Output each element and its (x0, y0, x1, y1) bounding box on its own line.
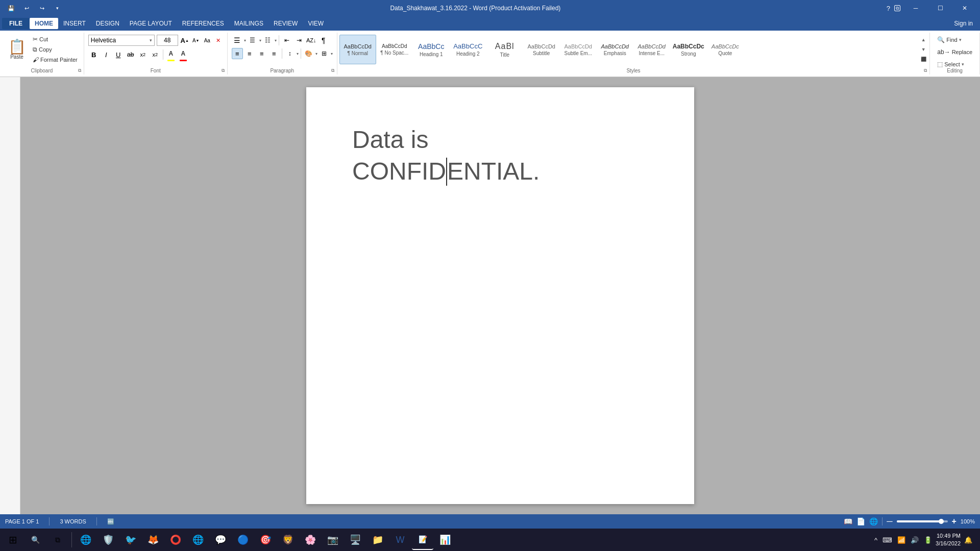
styles-expand-button[interactable]: ⧉ (922, 67, 928, 73)
shading-arrow-icon[interactable]: ▾ (315, 52, 317, 56)
menu-references[interactable]: REFERENCES (177, 18, 229, 29)
taskbar-app-firefox[interactable]: 🦊 (142, 530, 164, 550)
zoom-minus-button[interactable]: ─ (887, 517, 892, 526)
menu-page-layout[interactable]: PAGE LAYOUT (125, 18, 177, 29)
document-content[interactable]: Data is CONFIDENTIAL. (352, 124, 648, 188)
multilevel-button[interactable]: ☷ (262, 35, 274, 46)
zoom-slider[interactable] (897, 520, 948, 522)
style-heading1[interactable]: AaBbCc Heading 1 (413, 35, 450, 64)
taskbar-app-edge[interactable]: 🌐 (75, 530, 96, 550)
menu-mailings[interactable]: MAILINGS (229, 18, 268, 29)
taskbar-app-shield[interactable]: 🛡️ (97, 530, 119, 550)
redo-qat-button[interactable]: ↪ (35, 1, 49, 15)
taskbar-app-camera[interactable]: 📷 (322, 530, 344, 550)
copy-button[interactable]: ⧉ Copy (31, 45, 80, 54)
align-right-button[interactable]: ≡ (256, 48, 267, 59)
document-page[interactable]: Data is CONFIDENTIAL. (306, 87, 694, 504)
zoom-plus-button[interactable]: + (952, 517, 957, 526)
system-clock[interactable]: 10:49 PM 3/16/2022 (936, 532, 961, 548)
paragraph-expand-button[interactable]: ⧉ (330, 67, 336, 73)
find-button[interactable]: 🔍 Find ▾ (934, 35, 964, 45)
sort-button[interactable]: AZ↓ (306, 35, 317, 46)
font-name-dropdown[interactable]: Helvetica ▾ (88, 35, 155, 46)
style-emphasis[interactable]: AaBbCcDd Emphasis (597, 35, 633, 64)
line-spacing-button[interactable]: ↕ (284, 48, 296, 59)
font-shrink-button[interactable]: A▼ (191, 36, 201, 45)
bullets-button[interactable]: ☰ (232, 35, 243, 46)
restore-window-button[interactable]: ⧉ (894, 5, 900, 11)
clear-formatting-button[interactable]: ✕ (214, 36, 223, 45)
style-intense-e[interactable]: AaBbCcDd Intense E... (633, 35, 670, 64)
line-spacing-arrow-icon[interactable]: ▾ (297, 52, 299, 56)
taskbar-app-target[interactable]: 🎯 (255, 530, 276, 550)
start-button[interactable]: ⊞ (2, 530, 23, 550)
system-tray-expand[interactable]: ^ (873, 535, 879, 545)
text-highlight-button[interactable]: A (165, 48, 177, 59)
sign-in-button[interactable]: Sign in (949, 18, 978, 29)
maximize-button[interactable]: ☐ (929, 0, 951, 16)
taskbar-app-opera[interactable]: 🦁 (277, 530, 299, 550)
volume-icon[interactable]: 🔊 (909, 535, 920, 545)
styles-more-button[interactable]: ⬛ (919, 55, 927, 63)
style-quote[interactable]: AaBbCcDc Quote (707, 35, 744, 64)
bold-button[interactable]: B (88, 49, 100, 60)
menu-home[interactable]: HOME (30, 18, 58, 29)
borders-arrow-icon[interactable]: ▾ (331, 52, 333, 56)
replace-button[interactable]: ab→ Replace (934, 47, 975, 57)
taskbar-app-files[interactable]: 📁 (367, 530, 388, 550)
justify-button[interactable]: ≡ (268, 48, 280, 59)
zoom-slider-thumb[interactable] (939, 519, 944, 524)
style-strong[interactable]: AaBbCcDc Strong (670, 35, 707, 64)
paste-button[interactable]: 📋 Paste (4, 35, 30, 64)
show-formatting-marks-button[interactable]: ¶ (318, 35, 329, 46)
taskbar-app-word-active[interactable]: 📝 (412, 530, 433, 550)
undo-qat-button[interactable]: ↩ (19, 1, 34, 15)
multilevel-arrow-icon[interactable]: ▾ (275, 38, 277, 43)
menu-file[interactable]: FILE (2, 18, 30, 29)
font-expand-button[interactable]: ⧉ (220, 67, 226, 73)
decrease-indent-button[interactable]: ⇤ (281, 35, 292, 46)
taskbar-app-word[interactable]: W (389, 530, 411, 550)
subscript-button[interactable]: x2 (137, 49, 149, 60)
document-scroll[interactable]: Data is CONFIDENTIAL. (20, 77, 980, 514)
taskbar-app-excel[interactable]: 📊 (434, 530, 456, 550)
minimize-button[interactable]: ─ (904, 0, 927, 16)
style-subtle-em[interactable]: AaBbCcDd Subtle Em... (560, 35, 597, 64)
clipboard-expand-button[interactable]: ⧉ (77, 67, 83, 73)
zoom-level-text[interactable]: 100% (961, 518, 975, 524)
format-painter-button[interactable]: 🖌 Format Painter (31, 55, 80, 64)
search-button[interactable]: 🔍 (24, 530, 46, 550)
menu-review[interactable]: REVIEW (268, 18, 303, 29)
cut-button[interactable]: ✂ Cut (31, 35, 80, 44)
qat-more-button[interactable]: ▾ (50, 1, 64, 15)
shading-button[interactable]: 🎨 (303, 48, 314, 59)
taskbar-app-skype[interactable]: 💬 (210, 530, 231, 550)
numbering-arrow-icon[interactable]: ▾ (259, 38, 261, 43)
menu-design[interactable]: DESIGN (91, 18, 125, 29)
font-color-button[interactable]: A (178, 48, 189, 59)
style-heading2[interactable]: AaBbCcC Heading 2 (450, 35, 486, 64)
borders-button[interactable]: ⊞ (318, 48, 330, 59)
view-mode-read[interactable]: 📖 (844, 517, 852, 525)
taskbar-app-monitor[interactable]: 🖥️ (345, 530, 366, 550)
style-subtitle[interactable]: AaBbCcDd Subtitle (523, 35, 560, 64)
font-size-input[interactable] (157, 35, 178, 46)
taskbar-app-twitter[interactable]: 🐦 (120, 530, 141, 550)
page-info-status[interactable]: PAGE 1 OF 1 (5, 518, 39, 524)
language-status[interactable]: 🔤 (107, 518, 114, 525)
word-count-status[interactable]: 3 WORDS (60, 518, 86, 524)
taskbar-app-brave[interactable]: 🌐 (187, 530, 209, 550)
font-case-button[interactable]: Aa (203, 36, 212, 45)
bullets-arrow-icon[interactable]: ▾ (244, 38, 246, 43)
view-mode-web[interactable]: 🌐 (869, 517, 878, 525)
styles-scroll-up[interactable]: ▲ (919, 36, 927, 44)
style-normal[interactable]: AaBbCcDd ¶ Normal (339, 35, 376, 64)
save-qat-button[interactable]: 💾 (4, 1, 18, 15)
strikethrough-button[interactable]: ab (125, 49, 136, 60)
quick-access-toolbar[interactable]: 💾 ↩ ↪ ▾ (4, 1, 64, 15)
align-center-button[interactable]: ≡ (244, 48, 255, 59)
wifi-icon[interactable]: 📶 (896, 535, 907, 545)
underline-button[interactable]: U (113, 49, 124, 60)
align-left-button[interactable]: ≡ (232, 48, 243, 59)
superscript-button[interactable]: x2 (150, 49, 161, 60)
